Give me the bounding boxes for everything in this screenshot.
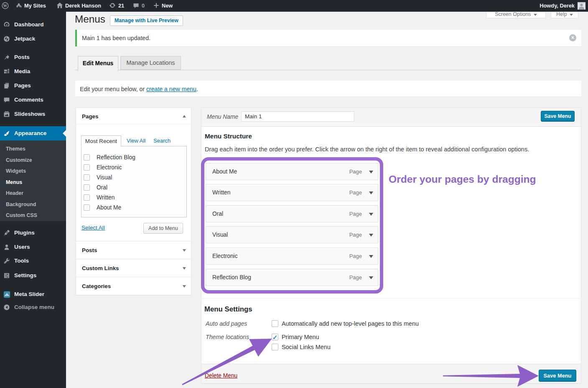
svg-text:W: W	[3, 3, 8, 8]
